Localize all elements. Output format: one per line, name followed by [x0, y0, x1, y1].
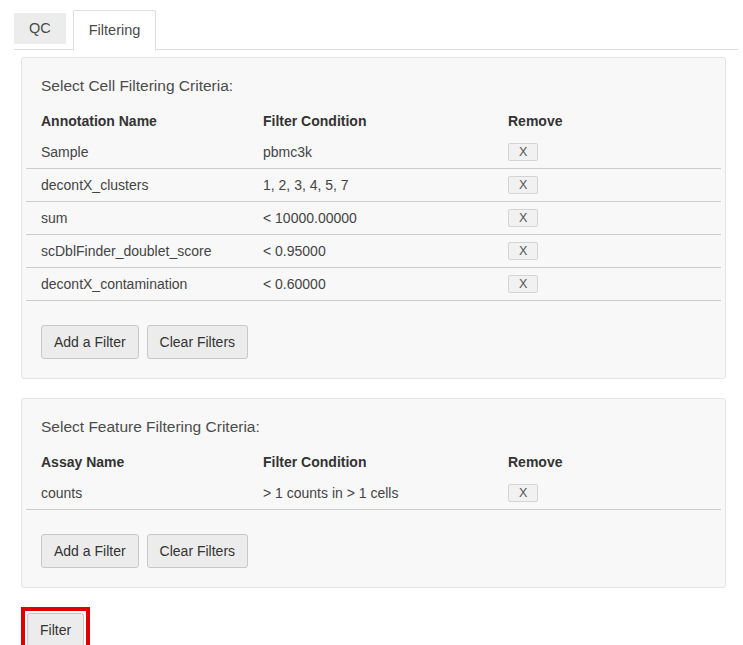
remove-filter-button[interactable]: X	[508, 209, 538, 227]
filter-condition-cell: pbmc3k	[263, 144, 508, 160]
column-header-assay-name: Assay Name	[41, 454, 263, 470]
add-filter-button[interactable]: Add a Filter	[41, 325, 139, 359]
row-separator	[26, 201, 721, 202]
remove-cell: X	[508, 275, 706, 293]
filter-action-area: Filter	[21, 607, 726, 645]
remove-filter-button[interactable]: X	[508, 176, 538, 194]
remove-cell: X	[508, 242, 706, 260]
filter-condition-cell: 1, 2, 3, 4, 5, 7	[263, 177, 508, 193]
cell-filtering-title: Select Cell Filtering Criteria:	[41, 77, 706, 95]
filter-condition-cell: < 10000.00000	[263, 210, 508, 226]
remove-cell: X	[508, 209, 706, 227]
annotation-name-cell: Sample	[41, 144, 263, 160]
cell-filtering-table: Annotation Name Filter Condition Remove …	[41, 110, 706, 301]
annotation-name-cell: sum	[41, 210, 263, 226]
table-row: decontX_clusters 1, 2, 3, 4, 5, 7 X	[41, 170, 706, 200]
remove-filter-button[interactable]: X	[508, 275, 538, 293]
remove-cell: X	[508, 484, 706, 502]
cell-filtering-panel: Select Cell Filtering Criteria: Annotati…	[21, 57, 726, 379]
feature-filtering-panel: Select Feature Filtering Criteria: Assay…	[21, 398, 726, 588]
table-row: sum < 10000.00000 X	[41, 203, 706, 233]
tab-filtering[interactable]: Filtering	[73, 10, 157, 51]
feature-filtering-table: Assay Name Filter Condition Remove count…	[41, 451, 706, 510]
remove-cell: X	[508, 143, 706, 161]
column-header-remove: Remove	[508, 454, 706, 470]
clear-filters-button[interactable]: Clear Filters	[147, 325, 248, 359]
tab-qc[interactable]: QC	[14, 13, 66, 44]
page: QC Filtering Select Cell Filtering Crite…	[0, 0, 743, 645]
annotation-name-cell: decontX_contamination	[41, 276, 263, 292]
table-row: counts > 1 counts in > 1 cells X	[41, 478, 706, 508]
remove-cell: X	[508, 176, 706, 194]
annotation-name-cell: scDblFinder_doublet_score	[41, 243, 263, 259]
cell-filtering-rows: Sample pbmc3k X decontX_clusters 1, 2, 3…	[41, 137, 706, 301]
feature-filtering-rows: counts > 1 counts in > 1 cells X	[41, 478, 706, 510]
clear-filters-button[interactable]: Clear Filters	[147, 534, 248, 568]
row-separator	[26, 168, 721, 169]
remove-filter-button[interactable]: X	[508, 143, 538, 161]
feature-filtering-table-header: Assay Name Filter Condition Remove	[41, 451, 706, 478]
row-separator	[26, 300, 721, 301]
tab-content: Select Cell Filtering Criteria: Annotati…	[14, 50, 738, 645]
table-row: Sample pbmc3k X	[41, 137, 706, 167]
table-row: scDblFinder_doublet_score < 0.95000 X	[41, 236, 706, 266]
column-header-filter-condition: Filter Condition	[263, 113, 508, 129]
cell-filtering-actions: Add a Filter Clear Filters	[41, 325, 706, 359]
feature-filtering-actions: Add a Filter Clear Filters	[41, 534, 706, 568]
add-filter-button[interactable]: Add a Filter	[41, 534, 139, 568]
column-header-remove: Remove	[508, 113, 706, 129]
assay-name-cell: counts	[41, 485, 263, 501]
filter-condition-cell: > 1 counts in > 1 cells	[263, 485, 508, 501]
filter-button-highlight: Filter	[21, 607, 90, 645]
cell-filtering-table-header: Annotation Name Filter Condition Remove	[41, 110, 706, 137]
remove-filter-button[interactable]: X	[508, 484, 538, 502]
row-separator	[26, 509, 721, 510]
feature-filtering-title: Select Feature Filtering Criteria:	[41, 418, 706, 436]
row-separator	[26, 234, 721, 235]
annotation-name-cell: decontX_clusters	[41, 177, 263, 193]
filter-condition-cell: < 0.95000	[263, 243, 508, 259]
row-separator	[26, 267, 721, 268]
column-header-annotation-name: Annotation Name	[41, 113, 263, 129]
filter-condition-cell: < 0.60000	[263, 276, 508, 292]
table-row: decontX_contamination < 0.60000 X	[41, 269, 706, 299]
remove-filter-button[interactable]: X	[508, 242, 538, 260]
column-header-filter-condition: Filter Condition	[263, 454, 508, 470]
tab-bar: QC Filtering	[14, 10, 738, 50]
filter-button[interactable]: Filter	[27, 613, 84, 645]
